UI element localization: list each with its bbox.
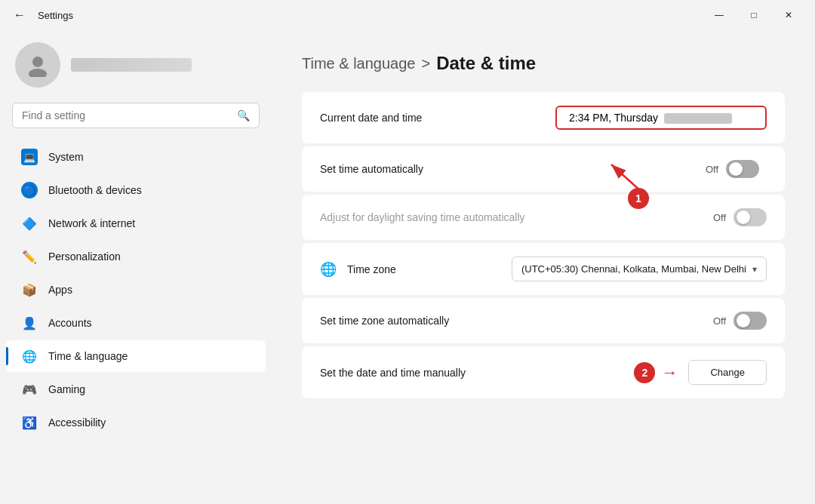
adjust-dst-row: Adjust for daylight saving time automati… bbox=[302, 195, 785, 240]
sidebar-item-time[interactable]: 🌐 Time & language bbox=[6, 340, 266, 372]
titlebar-controls: — □ ✕ bbox=[702, 3, 806, 27]
user-name-blur bbox=[71, 58, 192, 72]
sidebar-item-accessibility[interactable]: ♿ Accessibility bbox=[6, 407, 266, 438]
bluetooth-icon: 🔵 bbox=[21, 182, 38, 198]
adjust-dst-label: Adjust for daylight saving time automati… bbox=[320, 211, 525, 223]
set-time-auto-row: Set time automatically Off bbox=[302, 146, 785, 192]
timezone-select[interactable]: (UTC+05:30) Chennai, Kolkata, Mumbai, Ne… bbox=[512, 257, 767, 281]
sidebar-item-personalization[interactable]: ✏️ Personalization bbox=[6, 241, 266, 272]
svg-point-1 bbox=[29, 69, 47, 77]
breadcrumb-parent: Time & language bbox=[302, 55, 415, 72]
sidebar-item-label: Accounts bbox=[48, 317, 92, 329]
sidebar-item-label: Bluetooth & devices bbox=[48, 184, 142, 196]
close-button[interactable]: ✕ bbox=[771, 3, 806, 27]
sidebar-item-label: Apps bbox=[48, 284, 72, 296]
sidebar-item-bluetooth[interactable]: 🔵 Bluetooth & devices bbox=[6, 174, 266, 206]
search-input[interactable] bbox=[22, 109, 231, 121]
set-zone-auto-state: Off bbox=[713, 315, 726, 327]
titlebar-left: ← Settings bbox=[9, 7, 73, 23]
minimize-button[interactable]: — bbox=[702, 3, 737, 27]
time-icon: 🌐 bbox=[21, 348, 38, 364]
back-button[interactable]: ← bbox=[9, 7, 30, 23]
set-zone-auto-toggle[interactable] bbox=[734, 312, 767, 330]
sidebar-item-label: System bbox=[48, 151, 84, 163]
set-time-auto-toggle[interactable] bbox=[726, 160, 759, 178]
personalization-icon: ✏️ bbox=[21, 248, 38, 265]
adjust-dst-state: Off bbox=[713, 212, 726, 223]
avatar bbox=[15, 42, 60, 88]
toggle-knob-zone bbox=[737, 314, 750, 327]
adjust-dst-card: Adjust for daylight saving time automati… bbox=[302, 195, 785, 240]
sidebar-item-label: Network & internet bbox=[48, 217, 135, 229]
sidebar-item-label: Accessibility bbox=[48, 416, 106, 429]
timezone-label-wrap: 🌐 Time zone bbox=[320, 261, 396, 278]
timezone-value: (UTC+05:30) Chennai, Kolkata, Mumbai, Ne… bbox=[521, 263, 746, 275]
sidebar-item-system[interactable]: 💻 System bbox=[6, 141, 266, 173]
toggle-knob bbox=[729, 162, 743, 176]
adjust-dst-toggle-wrap: Off bbox=[713, 208, 767, 226]
set-time-auto-state: Off bbox=[706, 164, 718, 175]
sidebar-item-accounts[interactable]: 👤 Accounts bbox=[6, 307, 266, 339]
timezone-card: 🌐 Time zone (UTC+05:30) Chennai, Kolkata… bbox=[302, 243, 785, 295]
sidebar: 🔍 💻 System 🔵 Bluetooth & devices 🔷 Netwo… bbox=[0, 30, 272, 504]
system-icon: 💻 bbox=[21, 149, 38, 165]
current-time-value: 2:34 PM, Thursday bbox=[555, 106, 767, 130]
set-zone-auto-row: Set time zone automatically Off bbox=[302, 298, 785, 343]
set-zone-auto-card: Set time zone automatically Off bbox=[302, 298, 785, 343]
set-zone-auto-toggle-wrap: Off bbox=[713, 312, 767, 330]
timezone-icon: 🌐 bbox=[320, 261, 337, 278]
arrow-right-icon: → bbox=[661, 363, 678, 383]
gaming-icon: 🎮 bbox=[21, 381, 38, 398]
sidebar-item-apps[interactable]: 📦 Apps bbox=[6, 274, 266, 306]
sidebar-item-label: Personalization bbox=[48, 250, 121, 263]
sidebar-item-label: Time & language bbox=[48, 350, 128, 362]
set-time-auto-label: Set time automatically bbox=[320, 163, 423, 175]
manual-right: 2 → Change bbox=[634, 360, 767, 385]
breadcrumb-separator: > bbox=[421, 55, 430, 72]
search-box[interactable]: 🔍 bbox=[12, 103, 260, 128]
user-profile bbox=[0, 30, 272, 103]
chevron-down-icon: ▾ bbox=[752, 264, 757, 275]
set-zone-auto-label: Set time zone automatically bbox=[320, 315, 449, 327]
adjust-dst-toggle[interactable] bbox=[734, 208, 767, 226]
breadcrumb-current: Date & time bbox=[436, 53, 536, 74]
breadcrumb: Time & language > Date & time bbox=[302, 53, 785, 74]
set-manual-card: Set the date and time manually 2 → Chang… bbox=[302, 346, 785, 398]
accessibility-icon: ♿ bbox=[21, 414, 38, 431]
sidebar-item-gaming[interactable]: 🎮 Gaming bbox=[6, 373, 266, 405]
set-time-auto-card: Set time automatically Off bbox=[302, 146, 785, 192]
current-datetime-label: Current date and time bbox=[320, 112, 422, 124]
maximize-button[interactable]: □ bbox=[737, 3, 771, 27]
titlebar: ← Settings — □ ✕ bbox=[0, 0, 815, 30]
time-blur bbox=[664, 113, 732, 124]
search-icon: 🔍 bbox=[237, 109, 250, 121]
current-datetime-card: Current date and time 2:34 PM, Thursday bbox=[302, 92, 785, 143]
annotation-circle-2: 2 bbox=[634, 362, 655, 383]
app-body: 🔍 💻 System 🔵 Bluetooth & devices 🔷 Netwo… bbox=[0, 30, 815, 504]
annotation-2-wrap: 2 → bbox=[634, 362, 678, 383]
apps-icon: 📦 bbox=[21, 281, 38, 298]
change-button[interactable]: Change bbox=[688, 360, 767, 385]
set-time-auto-toggle-wrap: Off bbox=[706, 160, 767, 178]
svg-point-0 bbox=[32, 57, 43, 67]
network-icon: 🔷 bbox=[21, 215, 38, 232]
titlebar-title: Settings bbox=[38, 10, 73, 21]
sidebar-item-network[interactable]: 🔷 Network & internet bbox=[6, 207, 266, 239]
time-text: 2:34 PM, Thursday bbox=[569, 112, 658, 124]
main-content: Time & language > Date & time Current da… bbox=[272, 30, 815, 504]
timezone-row: 🌐 Time zone (UTC+05:30) Chennai, Kolkata… bbox=[302, 243, 785, 295]
timezone-label: Time zone bbox=[347, 263, 396, 275]
current-datetime-row: Current date and time 2:34 PM, Thursday bbox=[302, 92, 785, 143]
set-manual-row: Set the date and time manually 2 → Chang… bbox=[302, 346, 785, 398]
toggle-knob-dst bbox=[737, 211, 750, 224]
sidebar-item-label: Gaming bbox=[48, 383, 85, 395]
accounts-icon: 👤 bbox=[21, 315, 38, 331]
set-manual-label: Set the date and time manually bbox=[320, 367, 466, 379]
